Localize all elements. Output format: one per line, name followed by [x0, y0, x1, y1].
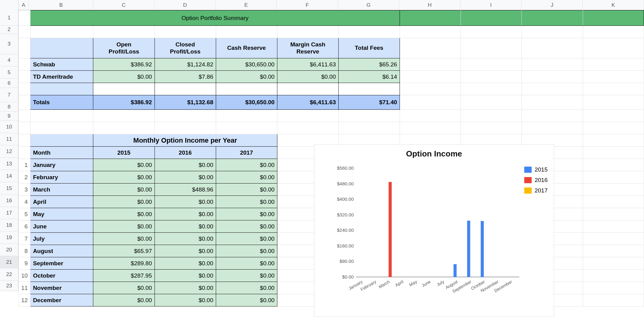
val-july-2017[interactable]: $0.00	[216, 233, 277, 245]
val-september-2015[interactable]: $289.80	[93, 257, 155, 270]
val-august-2016[interactable]: $0.00	[155, 245, 216, 257]
month-december[interactable]: December	[30, 294, 93, 306]
col-header-J[interactable]: J	[521, 0, 583, 10]
val-july-2016[interactable]: $0.00	[155, 233, 216, 245]
title-cell[interactable]: Option Portfolio Summary	[30, 10, 400, 26]
month-february[interactable]: February	[30, 171, 93, 184]
val-may-2015[interactable]: $0.00	[93, 208, 155, 220]
row-header-1[interactable]: 1	[0, 10, 18, 26]
cell-I1[interactable]	[461, 10, 522, 26]
row-header-9[interactable]: 9	[0, 112, 18, 121]
val-january-2017[interactable]: $0.00	[216, 159, 277, 171]
month-june[interactable]: June	[30, 220, 93, 233]
col-header-C[interactable]: C	[93, 0, 155, 10]
val-august-2015[interactable]: $65.97	[93, 245, 155, 257]
col-header-A[interactable]: A	[18, 0, 29, 10]
val-august-2017[interactable]: $0.00	[216, 245, 277, 257]
val-may-2017[interactable]: $0.00	[216, 208, 277, 220]
row-header-21[interactable]: 21	[0, 256, 18, 268]
row-header-4[interactable]: 4	[0, 54, 18, 66]
val-november-2016[interactable]: $0.00	[155, 282, 216, 294]
row-index-15[interactable]: 4	[19, 196, 30, 208]
row-header-15[interactable]: 15	[0, 182, 18, 195]
month-may[interactable]: May	[30, 208, 93, 220]
val-march-2016[interactable]: $488.96	[155, 184, 216, 196]
val-november-2015[interactable]: $0.00	[93, 282, 155, 294]
row-index-14[interactable]: 3	[19, 184, 30, 196]
val-december-2017[interactable]: $0.00	[216, 294, 277, 306]
val-april-2017[interactable]: $0.00	[216, 196, 277, 208]
col-header-I[interactable]: I	[461, 0, 522, 10]
summary-hdr-4[interactable]: Total Fees	[338, 38, 400, 58]
row-index-18[interactable]: 7	[19, 233, 30, 245]
col-header-B[interactable]: B	[29, 0, 93, 10]
row-header-12[interactable]: 12	[0, 145, 18, 158]
col-header-H[interactable]: H	[399, 0, 461, 10]
row-index-21[interactable]: 10	[19, 270, 30, 282]
val-june-2016[interactable]: $0.00	[155, 220, 216, 233]
row-index-13[interactable]: 2	[19, 171, 30, 184]
month-march[interactable]: March	[30, 184, 93, 196]
month-september[interactable]: September	[30, 257, 93, 270]
val-march-2015[interactable]: $0.00	[93, 184, 155, 196]
val-december-2015[interactable]: $0.00	[93, 294, 155, 306]
summary-hdr-0[interactable]: OpenProfit/Loss	[93, 38, 155, 58]
val-january-2016[interactable]: $0.00	[155, 159, 216, 171]
summary-hdr-3[interactable]: Margin CashReserve	[277, 38, 338, 58]
cell-H1[interactable]	[400, 10, 461, 26]
val-october-2016[interactable]: $0.00	[155, 270, 216, 282]
val-june-2017[interactable]: $0.00	[216, 220, 277, 233]
col-header-E[interactable]: E	[216, 0, 277, 10]
val-march-2017[interactable]: $0.00	[216, 184, 277, 196]
select-all-corner[interactable]	[0, 0, 18, 10]
val-september-2016[interactable]: $0.00	[155, 257, 216, 270]
val-january-2015[interactable]: $0.00	[93, 159, 155, 171]
year-2016[interactable]: 2016	[155, 147, 216, 159]
monthly-title[interactable]: Monthly Option Income per Year	[93, 134, 277, 147]
row-header-5[interactable]: 5	[0, 66, 18, 79]
row-header-6[interactable]: 6	[0, 79, 18, 88]
chart-option-income[interactable]: Option Income 2015 2016 2017 $0.00$80.00…	[314, 144, 554, 317]
val-february-2015[interactable]: $0.00	[93, 171, 155, 184]
row-header-7[interactable]: 7	[0, 88, 18, 102]
cell-K1[interactable]	[583, 10, 644, 26]
val-october-2015[interactable]: $287.95	[93, 270, 155, 282]
row-header-3[interactable]: 3	[0, 34, 18, 54]
row-header-16[interactable]: 16	[0, 195, 18, 207]
cell-A1[interactable]	[19, 10, 30, 26]
row-index-19[interactable]: 8	[19, 245, 30, 257]
row-index-12[interactable]: 1	[19, 159, 30, 171]
month-header[interactable]: Month	[30, 147, 93, 159]
val-july-2015[interactable]: $0.00	[93, 233, 155, 245]
val-february-2016[interactable]: $0.00	[155, 171, 216, 184]
summary-hdr-1[interactable]: ClosedProfit/Loss	[155, 38, 216, 58]
row-index-20[interactable]: 9	[19, 257, 30, 270]
col-header-D[interactable]: D	[155, 0, 216, 10]
summary-totals-label[interactable]: Totals	[30, 95, 93, 110]
row-index-22[interactable]: 11	[19, 282, 30, 294]
row-header-2[interactable]: 2	[0, 26, 18, 34]
val-october-2017[interactable]: $0.00	[216, 270, 277, 282]
val-april-2015[interactable]: $0.00	[93, 196, 155, 208]
val-june-2015[interactable]: $0.00	[93, 220, 155, 233]
summary-row-td[interactable]: TD Ameritrade	[30, 71, 93, 83]
summary-corner[interactable]	[30, 38, 93, 58]
val-november-2017[interactable]: $0.00	[216, 282, 277, 294]
col-header-G[interactable]: G	[338, 0, 399, 10]
row-header-8[interactable]: 8	[0, 102, 18, 112]
row-header-13[interactable]: 13	[0, 158, 18, 170]
row-index-17[interactable]: 6	[19, 220, 30, 233]
val-may-2016[interactable]: $0.00	[155, 208, 216, 220]
month-august[interactable]: August	[30, 245, 93, 257]
row-header-18[interactable]: 18	[0, 219, 18, 231]
val-september-2017[interactable]: $0.00	[216, 257, 277, 270]
month-july[interactable]: July	[30, 233, 93, 245]
val-february-2017[interactable]: $0.00	[216, 171, 277, 184]
row-header-10[interactable]: 10	[0, 121, 18, 133]
row-index-23[interactable]: 12	[19, 294, 30, 306]
row-header-11[interactable]: 11	[0, 133, 18, 145]
row-header-14[interactable]: 14	[0, 170, 18, 182]
row-index-16[interactable]: 5	[19, 208, 30, 220]
month-october[interactable]: October	[30, 270, 93, 282]
cell-J1[interactable]	[522, 10, 583, 26]
